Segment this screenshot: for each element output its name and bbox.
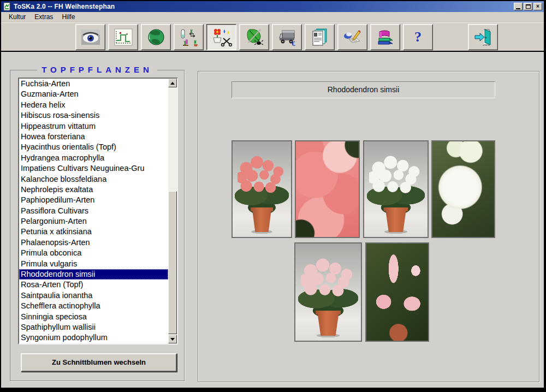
group-title: TOPFPFLANZEN (37, 65, 157, 74)
scroll-down-button[interactable] (168, 335, 177, 343)
documents-icon (310, 27, 330, 47)
list-item[interactable]: Phalaenopsis-Arten (19, 237, 168, 248)
notes-button[interactable] (337, 24, 367, 50)
list-item[interactable]: Paphiopedilum-Arten (19, 195, 168, 205)
detail-panel: Rhododendron simsii (198, 71, 539, 382)
step-chart-icon (113, 27, 134, 47)
scroll-up-button[interactable] (168, 79, 177, 87)
pot (383, 207, 410, 233)
maximize-icon (526, 4, 531, 9)
maximize-button[interactable] (524, 3, 532, 10)
pot (314, 311, 342, 336)
list-item[interactable]: Hippeastrum vittatum (19, 121, 168, 132)
window-title: ToSKa 2.0 -- FH Weihenstephan (14, 3, 513, 10)
photo-white-azalea-closeup (431, 140, 495, 238)
list-item[interactable]: Primula obconica (19, 248, 168, 258)
switch-to-cut-flowers-button[interactable]: Zu Schnittblumen wechseln (21, 353, 177, 372)
list-item[interactable]: Saintpaulia ionantha (19, 290, 168, 301)
plant-listbox-items: Fuchsia-ArtenGuzmania-ArtenHedera helixH… (19, 79, 168, 343)
plant-list-groupbox: TOPFPFLANZEN Fuchsia-ArtenGuzmania-Arten… (10, 70, 185, 381)
help-button[interactable]: ? (403, 24, 433, 50)
photo-pink-azalea-closeup (295, 140, 360, 238)
exit-door-icon (473, 27, 494, 47)
minimize-button[interactable] (514, 3, 523, 10)
list-item[interactable]: Impatiens Cultivars Neuguinea-Gru (19, 163, 168, 174)
pot (250, 207, 274, 233)
propagation-button[interactable] (174, 24, 204, 50)
svg-text:€: € (292, 39, 295, 47)
list-item[interactable]: Passiflora Cultivars (19, 206, 168, 216)
list-item[interactable]: Howea forsteriana (19, 132, 168, 142)
main-area: TOPFPFLANZEN Fuchsia-ArtenGuzmania-Arten… (1, 52, 544, 388)
list-item[interactable]: Petunia x atkinsiana (19, 227, 168, 237)
scrollbar-thumb[interactable] (168, 191, 177, 334)
list-item[interactable]: Pelargonium-Arten (19, 216, 168, 227)
menu-hilfe[interactable]: Hilfe (57, 12, 79, 22)
list-item[interactable]: Rosa-Arten (Topf) (19, 280, 168, 290)
list-item[interactable]: Spathiphyllum wallisii (19, 322, 168, 332)
app-window: ToSKa 2.0 -- FH Weihenstephan × Kultur E… (1, 1, 544, 388)
menu-kultur[interactable]: Kultur (4, 12, 30, 22)
list-item[interactable]: Primula vulgaris (19, 259, 168, 269)
photo-pink-buds-closeup (365, 242, 429, 342)
list-item[interactable]: Hibiscus rosa-sinensis (19, 110, 168, 121)
app-icon (3, 2, 11, 11)
list-item[interactable]: Guzmania-Arten (19, 89, 168, 99)
menu-extras[interactable]: Extras (30, 12, 57, 22)
list-item[interactable]: Hydrangea macrophylla (19, 153, 168, 163)
books-button[interactable] (370, 24, 400, 50)
bloom (369, 156, 422, 198)
chart-button[interactable] (108, 24, 138, 50)
books-icon (375, 27, 396, 47)
menubar: Kultur Extras Hilfe (1, 12, 544, 22)
list-item[interactable]: Hyacinthus orientalis (Topf) (19, 142, 168, 152)
bloom (238, 156, 287, 198)
plant-listbox[interactable]: Fuchsia-ArtenGuzmania-ArtenHedera helixH… (18, 78, 178, 345)
list-item[interactable]: Kalanchoe blossfeldiana (19, 174, 168, 185)
eye-button[interactable] (75, 24, 105, 50)
photo-white-azalea-plant (363, 140, 429, 238)
globe-button[interactable] (141, 24, 171, 50)
list-item[interactable]: Syngonium podophyllum (19, 332, 168, 343)
documents-button[interactable] (305, 24, 335, 50)
help-icon: ? (414, 29, 422, 45)
leaf-pest-button[interactable] (239, 24, 269, 50)
exit-button[interactable] (468, 24, 498, 50)
list-item[interactable]: Sinningia speciosa (19, 312, 168, 322)
list-item-selected[interactable]: Rhododendron simsii (19, 269, 168, 280)
notes-icon (342, 27, 363, 47)
close-button[interactable]: × (533, 3, 542, 10)
transport-cost-button[interactable]: € (272, 24, 302, 50)
minimize-icon (516, 8, 520, 9)
arrow-up-icon (170, 82, 175, 85)
bloom (301, 258, 356, 301)
globe-icon (146, 27, 167, 47)
titlebar: ToSKa 2.0 -- FH Weihenstephan × (1, 1, 544, 12)
toolbar: € (1, 22, 544, 51)
plant-care-icon (211, 27, 232, 47)
propagation-icon (179, 27, 199, 47)
detail-header: Rhododendron simsii (232, 81, 495, 98)
list-scrollbar[interactable] (168, 79, 177, 343)
arrow-down-icon (170, 338, 175, 341)
list-item[interactable]: Schefflera actinophylla (19, 301, 168, 311)
leaf-pest-icon (244, 27, 265, 47)
plant-care-button[interactable] (206, 24, 236, 50)
list-item[interactable]: Fuchsia-Arten (19, 79, 168, 89)
list-item[interactable]: Hedera helix (19, 100, 168, 110)
truck-euro-icon: € (277, 27, 298, 47)
list-item[interactable]: Nephrolepis exaltata (19, 185, 168, 195)
photo-pink-azalea-plant (232, 140, 292, 238)
photo-pale-pink-azalea-plant (294, 242, 362, 342)
eye-icon (80, 27, 101, 47)
